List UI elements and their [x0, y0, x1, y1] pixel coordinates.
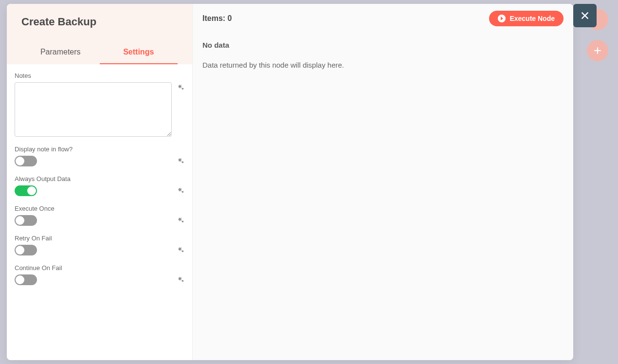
svg-point-9: [182, 250, 184, 252]
tab-bar: Parameters Settings: [21, 41, 178, 64]
close-icon: [580, 10, 590, 21]
tab-settings[interactable]: Settings: [100, 41, 178, 64]
label-continue-on-fail: Continue On Fail: [15, 264, 185, 272]
toggle-retry-on-fail[interactable]: [15, 245, 37, 255]
svg-point-11: [182, 280, 184, 282]
gears-icon[interactable]: [177, 83, 185, 92]
label-execute-once: Execute Once: [15, 205, 185, 212]
toggle-continue-on-fail[interactable]: [15, 274, 37, 285]
label-notes: Notes: [15, 72, 185, 79]
no-data-title: No data: [202, 41, 563, 49]
no-data-desc: Data returned by this node will display …: [202, 61, 563, 69]
setting-continue-on-fail: Continue On Fail: [15, 264, 185, 285]
output-header: Items: 0 Execute Node: [202, 11, 563, 26]
execute-node-label: Execute Node: [509, 15, 555, 22]
close-button[interactable]: [573, 4, 597, 27]
setting-always-output: Always Output Data: [15, 175, 185, 196]
svg-point-7: [182, 220, 184, 222]
gears-icon[interactable]: [177, 216, 185, 225]
items-count: Items: 0: [202, 14, 232, 23]
toggle-execute-once[interactable]: [15, 215, 37, 226]
execute-node-button[interactable]: Execute Node: [489, 11, 563, 26]
label-always-output: Always Output Data: [15, 175, 185, 182]
gears-icon[interactable]: [177, 275, 185, 284]
svg-point-1: [182, 88, 184, 90]
output-panel: Items: 0 Execute Node No data Data retur…: [193, 4, 573, 360]
setting-retry-on-fail: Retry On Fail: [15, 235, 185, 255]
node-editor-modal: Create Backup Parameters Settings Notes …: [7, 4, 573, 360]
plus-icon: [593, 46, 602, 55]
toggle-display-note[interactable]: [15, 156, 37, 166]
gears-icon[interactable]: [177, 246, 185, 255]
gears-icon[interactable]: [177, 186, 185, 195]
setting-display-note: Display note in flow?: [15, 146, 185, 166]
gears-icon[interactable]: [177, 157, 185, 165]
setting-execute-once: Execute Once: [15, 205, 185, 226]
toggle-always-output[interactable]: [15, 185, 37, 196]
svg-point-5: [182, 191, 184, 193]
left-panel: Create Backup Parameters Settings Notes …: [7, 4, 193, 360]
node-title: Create Backup: [21, 16, 178, 28]
settings-body: Notes Display note in flow?: [7, 64, 192, 302]
svg-point-3: [182, 161, 184, 163]
label-retry-on-fail: Retry On Fail: [15, 235, 185, 242]
notes-textarea[interactable]: [15, 82, 172, 137]
left-header: Create Backup Parameters Settings: [7, 4, 192, 64]
tab-parameters[interactable]: Parameters: [21, 41, 100, 64]
play-icon: [498, 15, 506, 22]
setting-notes: Notes: [15, 72, 185, 137]
bg-add-node-fab[interactable]: [587, 40, 608, 61]
label-display-note: Display note in flow?: [15, 146, 185, 153]
